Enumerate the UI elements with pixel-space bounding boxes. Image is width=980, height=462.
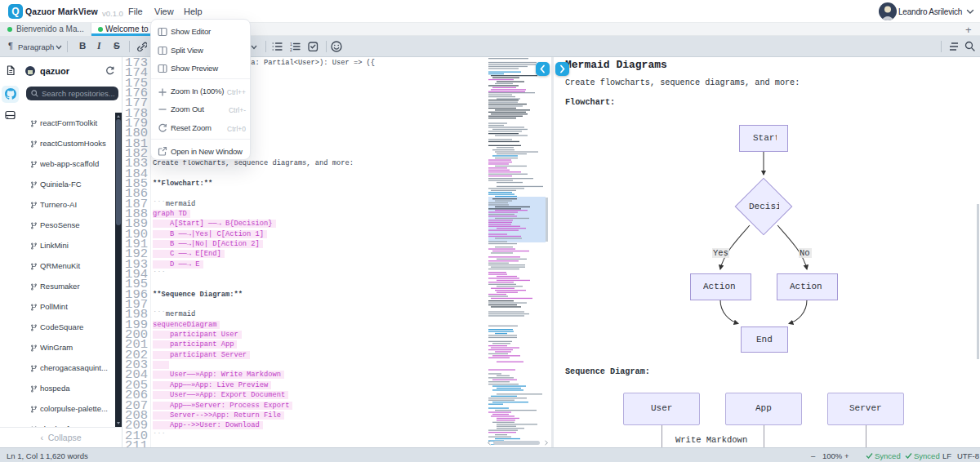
svg-text:2: 2 bbox=[290, 47, 292, 52]
svg-text:1: 1 bbox=[290, 42, 292, 47]
